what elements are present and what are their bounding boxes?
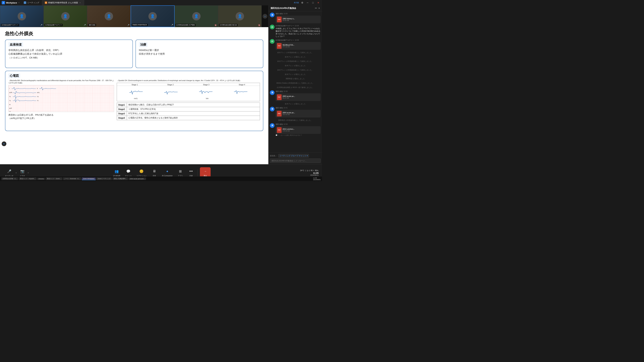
screen-share-tab-icon: 🖥 (45, 1, 47, 4)
exit-icon: → (202, 169, 208, 174)
ecg-left-panel: （Marinella MA. Electrocardiographic mani… (8, 79, 114, 130)
sender-1: 酒田 雄哉10:06 (276, 12, 321, 15)
taskbar-item-zoom-workplace[interactable]: Zoom Workplace (82, 177, 96, 180)
stage3-waveform (199, 87, 212, 97)
video-tile-2[interactable]: 👤 白河総合診療アカデミー 🎤 (44, 5, 87, 27)
file-5[interactable]: PDF 2004 acute pe... 221.52 KB (276, 110, 321, 117)
sidebar-actions: ••• ✕ (315, 7, 320, 9)
pdf-icon-1: PDF (277, 16, 282, 22)
system-msg-5: 鈴木アレン が外部参加者として参加しました。 (270, 68, 321, 71)
chat-input[interactable] (270, 159, 321, 163)
pdf-icon-5: PDF (277, 111, 282, 116)
dropdown-arrow[interactable]: ▾ (18, 2, 20, 4)
audio-arrow[interactable]: ▲ (15, 172, 17, 173)
meeting-tab-icon: 📹 (24, 1, 26, 4)
svg-text:V₅: V₅ (37, 100, 39, 101)
pdf-icon-3: PDF (277, 43, 282, 49)
section-blood-test: 血液検査 非特異的な炎症反応上昇（白血球、赤沈、CRP） 心筋逸脱酵素は心筋まで… (5, 39, 133, 68)
system-msg-3: 鈴木アレン が外部参加者として参加しました。 (270, 60, 321, 63)
share-icon: 🖥 (152, 169, 157, 174)
system-msg-11: 岡野希彦 が外部参加者として参加しました。 (270, 119, 321, 122)
taskbar-item-1[interactable]: 出席済み出席者 - Z... (1, 177, 18, 180)
tab-screen-share[interactable]: 🖥 研修医1年橋本明佑美 さんの画面 × (42, 0, 84, 5)
time-1: 10:06 (284, 13, 288, 14)
settings-button[interactable]: ⚙ (300, 1, 304, 5)
chat-to-select[interactable]: ミーティング グループ チャット ▾ (278, 154, 309, 158)
stage-id: Stage2 (117, 107, 127, 111)
video-strip: 👤 白河総合診療アカデミー 🎤 👤 白河総合診療アカデミー 🎤 👤 酒田 雄哉 … (0, 5, 268, 27)
chat-bubble-4: 酒田 雄哉10:38 PDF 2003 acute pe... 50.47 KB (276, 90, 321, 101)
participant-label-2: 白河総合診療アカデミー (44, 24, 63, 26)
tab-meeting[interactable]: 📹 ミーティング (21, 0, 42, 5)
file-info-1: 1992 kidney s... 20.56 MB (282, 18, 319, 21)
svg-text:aVF: aVF (9, 107, 12, 109)
status-display: 表示篇 (294, 1, 299, 4)
file-1[interactable]: PDF 1992 kidney s... 20.56 MB (276, 15, 321, 23)
dropdown-arrow: ▾ (307, 155, 308, 157)
taskbar-item-2[interactable]: 受信トレイ - miyashi... (18, 177, 36, 180)
svg-text:V₃: V₃ (9, 111, 11, 112)
taskbar-item-zoom-meeting[interactable]: Zoomミーティング (96, 177, 112, 180)
file-3[interactable]: PDF NEJMoa1710... 477.16 KB (276, 42, 321, 50)
video-tile-4[interactable]: 👤 研修医1年橋本明佑美 🎤 (131, 5, 174, 27)
filename-4: 2003 acute pe... (282, 95, 319, 97)
mic-icon-5: 🔇 (214, 24, 217, 26)
time-4: 10:38 (284, 90, 288, 92)
svg-text:V₄: V₄ (9, 100, 11, 101)
mic-icon-1: 🎤 (40, 24, 42, 26)
chat-bubble-2: 白河総合診療アカデミー10:08 今検索しましてフェブキソスタとアロプリノールを… (276, 25, 321, 38)
toolbar-date: 2024/08/31 (300, 174, 319, 176)
svg-rect-2 (8, 85, 114, 112)
taskbar-item-5[interactable]: ノート - Evernote - G... (63, 177, 81, 180)
taskbar-apps: 出席済み出席者 - Z... 受信トレイ - miyashi... Chrome… (1, 177, 312, 180)
maximize-button[interactable]: □ (311, 1, 315, 5)
file-6[interactable]: PDF 2013 colchici... 179.33 KB (276, 126, 321, 134)
avatar-1: 酒 (270, 12, 274, 17)
taskbar-item-8[interactable]: 2004 acute pericardi... (128, 178, 146, 180)
system-msg-7: 岡野希彦 が退出しました (270, 77, 321, 80)
chat-text-2: 今検索しましてフェブキソスタとアロプリノールを心臓血管リスクについて比較した20… (276, 27, 321, 38)
apps-icon: ⊞ (178, 169, 183, 174)
video-arrow[interactable]: ▲ (27, 172, 29, 173)
stages-diagram: Stage 1 Stage 2 Stage 3 Stage 4 (117, 83, 260, 101)
taskbar-item-chrome[interactable]: Chrome (37, 178, 45, 180)
system-msg-8: Akihiro Ozaka が外部参加者として参加しました。 (270, 82, 321, 85)
close-button[interactable]: ✕ (316, 1, 320, 5)
chat-message-3: 白 白河総合診療アカデミー10:08 PDF NEJMoa1710... 477… (270, 39, 321, 50)
section2-body: NSAIDsが第一選択 症状が消失するまで使用 (139, 48, 260, 56)
svg-text:V₂: V₂ (37, 96, 39, 97)
chat-message-1: 酒 酒田 雄哉10:06 PDF 1992 kidney s... 20.56 … (270, 12, 321, 23)
stage1-label: Stage 1 (132, 84, 138, 86)
more-options-icon[interactable]: ••• (315, 7, 317, 9)
sidebar-header: 酒田先生2024年8月勉強会 ••• ✕ (268, 5, 322, 11)
close-sidebar-button[interactable]: ✕ (318, 7, 320, 9)
annotation-icon[interactable]: ✏ (2, 141, 6, 146)
chat-message-5: 酒 酒田 雄哉10:41 PDF 2004 acute pe... 221.52… (270, 107, 321, 117)
taskbar-time: 11:052024/08/31 (313, 177, 321, 180)
taskbar-item-7[interactable]: 発熱と気胸診療R... (112, 177, 128, 180)
table-row: Stage3 ST正常化した後に広範な陰性T波 (117, 111, 260, 116)
tab-close-button[interactable]: × (79, 1, 81, 4)
taskbar-item-4[interactable]: 受信トレイ - Zoom... (46, 177, 62, 180)
file-info-4: 2003 acute pe... 50.47 KB (282, 95, 319, 99)
system-msg-6: 鈴木アレン が退出しました (270, 73, 321, 76)
video-tile-1[interactable]: 👤 白河総合診療アカデミー 🎤 (0, 5, 44, 27)
system-msg-1: 鈴木アレン が外部参加者として参加しました。 (270, 51, 321, 54)
video-tile-6[interactable]: 👤 白河厚生総合病院 堀江楽 🔇 (218, 5, 262, 27)
chat-messages[interactable]: 酒 酒田 雄哉10:06 PDF 1992 kidney s... 20.56 … (268, 11, 322, 152)
more-tiles-button[interactable]: › (263, 14, 267, 18)
video-tile-5[interactable]: 👤 白河厚生総合病院 大戸聖雅 🔇 (174, 5, 218, 27)
chat-reaction: 💬 メッセージは誰に表示されますか？ (276, 134, 321, 136)
table-row: Stage4 心電図の正常化、慢性心外膜炎となると陰性T波は残存 (117, 116, 260, 120)
stage-sublabels: early late (117, 97, 260, 100)
stage-id: Stage4 (117, 116, 127, 120)
participant-label-4: 研修医1年橋本明佑美 (132, 24, 148, 26)
file-info-3: NEJMoa1710... 477.16 KB (282, 44, 319, 48)
topbar-controls: 表示篇 ⚙ ─ □ ✕ (294, 1, 322, 5)
file-4[interactable]: PDF 2003 acute pe... 50.47 KB (276, 93, 321, 101)
stage4-label: Stage 4 (239, 84, 245, 86)
minimize-button[interactable]: ─ (306, 1, 310, 5)
toolbar-weather: 24°C くもり 時々 晴れ (300, 169, 319, 172)
zoom-logo[interactable]: Z Workplace ▾ (0, 1, 21, 4)
video-tile-3[interactable]: 👤 酒田 雄哉 🎤 (87, 5, 131, 27)
